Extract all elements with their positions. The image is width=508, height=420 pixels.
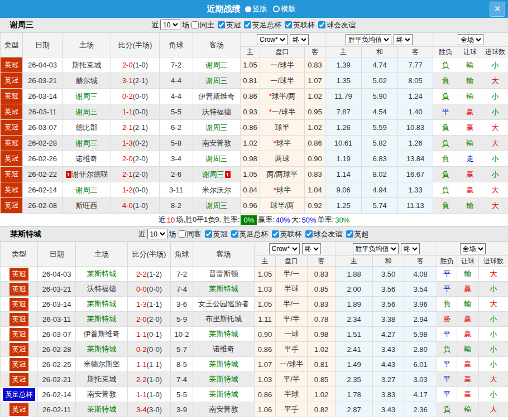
away-team-name: 沃特福德 [202, 108, 231, 116]
subcol-header: 让球 [457, 256, 479, 267]
close-icon[interactable]: ✕ [490, 2, 505, 17]
halftime-score: (0-0) [147, 345, 162, 354]
league-cell: 英冠 [1, 167, 23, 182]
away-odds-cell: 0.86 [305, 136, 325, 151]
score-cell: 3-1(2-1) [111, 73, 160, 89]
goals-result-cell: 小 [479, 327, 508, 342]
goals-result-cell: 小 [479, 387, 508, 402]
handicap-text: 半球 [284, 390, 299, 398]
mean-draw-cell: 4.54 [362, 104, 398, 120]
result-cell: 負 [433, 89, 458, 104]
date-cell: 26-02-28 [38, 342, 76, 357]
result-cell: 平 [437, 357, 457, 372]
scope-select[interactable]: 全场 [460, 243, 486, 254]
away-team-name: 谢周三 [203, 170, 224, 178]
mean-home-cell: 2.34 [336, 312, 373, 327]
date-cell: 26-04-03 [38, 267, 76, 282]
fulltime-score: 2-2 [136, 375, 147, 384]
league-cell: 英冠 [1, 120, 23, 136]
handicap-result-cell: 輸 [457, 342, 479, 357]
league-badge: 英冠 [9, 283, 28, 296]
handicap-text: 一/球半 [270, 76, 294, 85]
home-team-name: 谢周三 [76, 108, 98, 116]
layout-radio-horizontal[interactable]: 横版 [273, 4, 296, 14]
result-cell: 平 [437, 282, 457, 297]
home-team-cell: 谢周三 [63, 136, 111, 151]
handicap-text: 一/球半 [280, 360, 304, 368]
match-count-select[interactable]: 10 [147, 229, 167, 239]
handicap-text: 半/一 [283, 300, 300, 308]
odds-final-select[interactable]: 终 [290, 34, 309, 45]
mean-select[interactable]: 胜平负均值 [353, 243, 399, 254]
away-odds-cell: 1.04 [305, 182, 325, 198]
corners-cell: 7-2 [171, 267, 193, 282]
subcol-header: 和 [373, 256, 404, 267]
handicap-result-cell: 赢 [458, 182, 482, 198]
handicap-result-cell: 赢 [458, 167, 482, 182]
home-odds-cell: 0.86 [255, 387, 276, 402]
league-checkbox[interactable] [318, 21, 325, 28]
scope-select[interactable]: 全场 [458, 34, 483, 45]
league-checkbox[interactable] [305, 230, 313, 238]
goals-result-cell: 大 [482, 136, 508, 151]
goals-result-cell: 大 [482, 182, 508, 198]
league-checkbox[interactable] [231, 230, 238, 238]
corners-cell: 6-2 [160, 120, 193, 136]
mean-final-select[interactable]: 终 [401, 243, 420, 254]
odds-company-select[interactable]: Crow* [257, 34, 287, 45]
same-venue-checkbox[interactable] [191, 21, 199, 28]
match-row: 英冠26-03-21沃特福德0-0(0-0)7-4莱斯特城1.03半球0.852… [1, 282, 508, 297]
odds-final-select[interactable]: 终 [302, 243, 321, 254]
match-row: 英冠26-03-14莱斯特城1-3(1-1)3-6女王公园巡游者1.05半/一0… [1, 297, 508, 312]
handicap-text: 球半 [275, 123, 290, 132]
handicap-result-cell: 輸 [458, 136, 482, 151]
result-cell: 平 [433, 104, 458, 120]
goals-result-cell: 小 [479, 357, 508, 372]
title-bar: 近期战绩 竖版 横版 ✕ [0, 0, 508, 18]
away-team-name: 伊普斯维奇 [199, 92, 235, 100]
handicap-cell: 半/一 [276, 297, 308, 312]
away-team-name: 莱斯特城 [209, 330, 238, 338]
handicap-result-cell: 赢 [458, 104, 482, 120]
match-count-select[interactable]: 10 [160, 20, 180, 30]
mean-away-cell: 1.33 [398, 182, 433, 198]
mean-select[interactable]: 胜平负均值 [346, 34, 391, 45]
mean-draw-cell: 3.56 [373, 297, 404, 312]
home-odds-cell: 1.03 [255, 372, 276, 387]
league-checkbox[interactable] [346, 230, 353, 238]
league-checkbox[interactable] [244, 21, 251, 28]
league-filter: 英联杯 [270, 229, 302, 239]
league-checkbox[interactable] [205, 230, 212, 238]
mean-home-cell: 10.61 [325, 136, 362, 151]
fulltime-score: 0-2 [122, 92, 133, 100]
league-badge: 英冠 [1, 57, 22, 73]
same-venue-checkbox[interactable] [179, 230, 186, 238]
league-badge: 英冠 [1, 136, 22, 151]
red-card-badge: 1 [66, 171, 71, 178]
away-team-name: 布里斯托城 [205, 315, 242, 323]
mean-away-cell: 4.08 [404, 267, 437, 282]
league-checkbox[interactable] [285, 21, 292, 28]
league-checkbox[interactable] [272, 230, 279, 238]
summary-part: 10 [167, 216, 175, 224]
league-cell: 英冠 [1, 282, 38, 297]
goals-result-cell: 小 [482, 89, 508, 104]
away-team-cell: 莱斯特城 [193, 372, 255, 387]
away-odds-cell: 0.83 [305, 167, 325, 182]
date-cell: 26-02-14 [23, 182, 63, 198]
date-cell: 26-03-11 [23, 104, 63, 120]
mean-away-cell: 3.96 [404, 297, 437, 312]
home-team-name: 谢周三 [76, 139, 98, 147]
handicap-cell: 平/半 [276, 372, 308, 387]
mean-final-select[interactable]: 终 [394, 34, 413, 45]
layout-radio-vertical[interactable]: 竖版 [245, 4, 267, 14]
subcol-header: 主 [241, 47, 260, 57]
odds-company-select[interactable]: Crow* [269, 243, 300, 254]
league-checkbox[interactable] [218, 21, 225, 28]
handicap-cell: 平手 [276, 402, 308, 417]
league-filter-label: 英联杯 [293, 20, 315, 30]
home-team-cell: 赫尔城 [63, 73, 111, 89]
fulltime-score: 0-0 [136, 285, 147, 293]
mean-home-cell: 1.35 [325, 73, 362, 89]
home-team-cell: 沃特福德 [76, 282, 128, 297]
